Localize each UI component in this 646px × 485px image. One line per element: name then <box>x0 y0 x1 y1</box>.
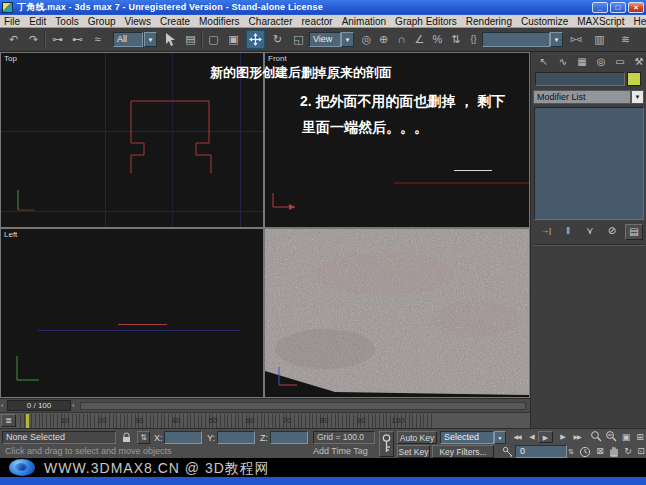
select-and-manipulate-icon[interactable]: ⊕ <box>374 30 393 49</box>
slider-left-arrow-icon[interactable]: ‹ <box>1 401 6 411</box>
menu-graph-editors[interactable]: Graph Editors <box>395 16 457 27</box>
select-and-scale-icon[interactable]: ◱ <box>289 30 308 49</box>
redo-icon[interactable]: ↷ <box>24 30 43 49</box>
select-and-move-icon[interactable] <box>246 30 265 49</box>
selected-keys-arrow-icon[interactable]: ▼ <box>494 431 506 444</box>
time-slider-handle[interactable]: 0 / 100 <box>7 400 71 411</box>
minmax-toggle-icon[interactable]: ⊡ <box>633 445 646 457</box>
snap-toggle-icon[interactable]: ∩ <box>392 30 411 49</box>
spinner-snap-icon[interactable]: ⇅ <box>446 30 465 49</box>
edit-named-selections-icon[interactable]: {} <box>464 30 483 49</box>
play-animation-icon[interactable]: ▶ <box>538 431 553 443</box>
object-name-field[interactable] <box>535 72 625 86</box>
mirror-icon[interactable]: ⊳⊲ <box>566 30 585 49</box>
time-configuration-icon[interactable] <box>579 446 591 458</box>
key-filters-button[interactable]: Key Filters... <box>432 445 494 458</box>
menu-file[interactable]: File <box>4 16 20 27</box>
undo-icon[interactable]: ↶ <box>4 30 23 49</box>
object-color-swatch[interactable] <box>627 72 641 86</box>
current-frame-field[interactable]: 0 <box>515 445 567 458</box>
z-coordinate-field[interactable] <box>270 431 308 444</box>
menu-help[interactable]: Help <box>633 16 646 27</box>
menu-customize[interactable]: Customize <box>521 16 568 27</box>
zoom-icon[interactable] <box>588 430 604 442</box>
rectangular-selection-region-icon[interactable]: ▢ <box>204 30 223 49</box>
viewport-front-label[interactable]: Front <box>268 54 287 63</box>
remove-modifier-icon[interactable]: ⊘ <box>603 224 621 240</box>
menu-edit[interactable]: Edit <box>29 16 46 27</box>
select-object-icon[interactable] <box>160 30 179 49</box>
percent-snap-icon[interactable]: % <box>428 30 447 49</box>
selection-filter-arrow-icon[interactable]: ▼ <box>144 32 157 47</box>
auto-key-button[interactable]: Auto Key <box>397 431 437 444</box>
frame-spinner-icon[interactable]: ⇅ <box>567 445 575 458</box>
set-key-toggle-icon[interactable] <box>379 431 394 457</box>
tab-modify-icon[interactable]: ∿ <box>554 54 572 70</box>
maximize-button[interactable]: □ <box>610 2 626 13</box>
menu-character[interactable]: Character <box>249 16 293 27</box>
tab-display-icon[interactable]: ▭ <box>611 54 629 70</box>
menu-rendering[interactable]: Rendering <box>466 16 512 27</box>
menu-animation[interactable]: Animation <box>342 16 386 27</box>
pin-stack-icon[interactable]: →| <box>537 224 555 240</box>
select-and-rotate-icon[interactable]: ↻ <box>268 30 287 49</box>
menu-tools[interactable]: Tools <box>55 16 78 27</box>
align-icon[interactable]: ▥ <box>590 30 609 49</box>
configure-modifier-sets-icon[interactable]: ▤ <box>625 224 643 240</box>
viewport-left[interactable]: Left <box>1 229 263 397</box>
reference-coordinate-dropdown[interactable]: View <box>309 32 341 47</box>
add-time-tag[interactable]: Add Time Tag <box>313 446 368 456</box>
viewport-top-label[interactable]: Top <box>4 54 17 63</box>
x-coordinate-field[interactable] <box>164 431 202 444</box>
mini-curve-editor-icon[interactable]: ≣ <box>1 414 16 427</box>
go-to-start-icon[interactable]: ◀◀ <box>509 431 525 443</box>
angle-snap-icon[interactable]: ∠ <box>410 30 429 49</box>
time-slider-groove[interactable] <box>80 402 526 410</box>
menu-reactor[interactable]: reactor <box>302 16 333 27</box>
make-unique-icon[interactable]: ⋎ <box>581 224 599 240</box>
zoom-all-icon[interactable] <box>603 430 619 442</box>
y-coordinate-field[interactable] <box>217 431 255 444</box>
zoom-extents-all-icon[interactable]: ⊞ <box>632 431 646 443</box>
tab-utilities-icon[interactable]: ⚒ <box>630 54 646 70</box>
modifier-list-dropdown[interactable]: Modifier List <box>533 90 631 104</box>
3dsmax-window: 丁角线.max - 3ds max 7 - Unregistered Versi… <box>0 0 646 485</box>
viewport-left-label[interactable]: Left <box>4 230 17 239</box>
selected-keys-dropdown[interactable]: Selected <box>440 431 494 444</box>
selection-lock-icon[interactable] <box>121 432 132 443</box>
tab-hierarchy-icon[interactable]: ▦ <box>573 54 591 70</box>
menu-maxscript[interactable]: MAXScript <box>577 16 624 27</box>
go-to-end-icon[interactable]: ▶▶ <box>569 431 585 443</box>
track-bar[interactable]: ≣ 10 20 30 40 50 60 70 80 90 100 <box>0 412 530 428</box>
tab-motion-icon[interactable]: ◎ <box>592 54 610 70</box>
watermark-text: WWW.3DMAX8.CN @ 3D教程网 <box>44 460 270 478</box>
select-by-name-icon[interactable]: ▤ <box>181 30 200 49</box>
absolute-offset-toggle-icon[interactable]: ⇅ <box>137 431 150 444</box>
curve-editor-icon[interactable]: ≋ <box>616 30 635 49</box>
tab-create-icon[interactable]: ↖ <box>535 54 553 70</box>
unlink-selection-icon[interactable]: ⊷ <box>68 30 87 49</box>
modifier-stack[interactable] <box>534 107 644 220</box>
key-mode-toggle-icon[interactable] <box>502 446 513 457</box>
set-key-button[interactable]: Set Key <box>397 445 430 458</box>
menu-create[interactable]: Create <box>160 16 190 27</box>
menu-views[interactable]: Views <box>125 16 152 27</box>
named-selection-arrow-icon[interactable]: ▼ <box>550 32 563 47</box>
bind-to-space-warp-icon[interactable]: ≈ <box>88 30 107 49</box>
title-bar[interactable]: 丁角线.max - 3ds max 7 - Unregistered Versi… <box>0 0 646 15</box>
minimize-button[interactable]: _ <box>592 2 608 13</box>
slider-right-arrow-icon[interactable]: › <box>72 401 77 411</box>
named-selection-dropdown[interactable] <box>482 32 550 47</box>
show-end-result-icon[interactable]: ‖ <box>559 224 577 240</box>
time-slider[interactable]: ‹ 0 / 100 › <box>0 398 530 412</box>
close-button[interactable]: × <box>628 2 644 13</box>
menu-group[interactable]: Group <box>88 16 116 27</box>
selection-filter-dropdown[interactable]: All <box>113 32 143 47</box>
menu-modifiers[interactable]: Modifiers <box>199 16 240 27</box>
reference-coordinate-arrow-icon[interactable]: ▼ <box>341 32 354 47</box>
viewport-perspective[interactable] <box>265 229 529 397</box>
select-and-link-icon[interactable]: ⊶ <box>48 30 67 49</box>
window-crossing-icon[interactable]: ▣ <box>224 30 243 49</box>
modifier-list-arrow-icon[interactable]: ▼ <box>631 90 644 104</box>
time-marker[interactable] <box>26 414 29 428</box>
